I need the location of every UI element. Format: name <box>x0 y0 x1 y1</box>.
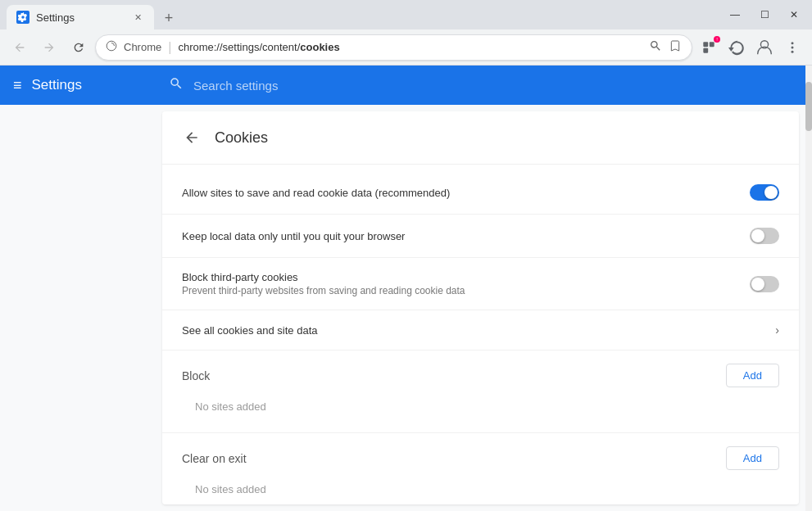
svg-rect-3 <box>703 47 708 52</box>
minimize-button[interactable]: — <box>724 3 746 26</box>
svg-rect-2 <box>710 42 714 47</box>
bookmark-icon[interactable] <box>669 39 682 56</box>
toolbar-icons: ! <box>696 34 805 61</box>
close-button[interactable]: ✕ <box>783 3 805 26</box>
block-third-party-label: Block third-party cookies <box>182 271 737 283</box>
settings-tab-icon <box>16 11 29 24</box>
titlebar: Settings ✕ + — ☐ ✕ <box>0 0 812 29</box>
back-nav-button[interactable] <box>179 124 205 151</box>
page-title: Cookies <box>215 129 268 147</box>
svg-point-5 <box>792 42 794 44</box>
scrollbar[interactable] <box>805 66 812 511</box>
sidebar: ≡ Settings <box>0 66 156 511</box>
svg-point-6 <box>792 46 794 48</box>
block-third-party-toggle[interactable] <box>750 276 779 292</box>
page-content: Cookies Allow sites to save and read coo… <box>162 111 799 504</box>
svg-point-0 <box>107 41 116 51</box>
tab-bar: Settings ✕ + <box>7 0 724 29</box>
block-third-party-toggle-thumb <box>751 278 764 291</box>
scrollbar-thumb[interactable] <box>805 82 812 131</box>
forward-button[interactable] <box>36 34 62 61</box>
new-tab-button[interactable]: + <box>157 7 180 29</box>
addressbar: Chrome | chrome://settings/content/cooki… <box>0 29 812 66</box>
omnibox-separator: | <box>168 40 171 55</box>
keep-local-data-toggle[interactable] <box>750 228 779 244</box>
site-info-icon[interactable] <box>106 40 117 54</box>
keep-local-data-text: Keep local data only until you quit your… <box>182 230 737 242</box>
back-button[interactable] <box>7 34 33 61</box>
allow-cookies-toggle-thumb <box>764 186 778 199</box>
search-bar <box>156 66 805 105</box>
keep-local-data-toggle-thumb <box>751 229 764 242</box>
block-section: Block Add No sites added <box>162 350 799 433</box>
content-wrapper: Cookies Allow sites to save and read coo… <box>156 66 805 511</box>
tab-title: Settings <box>36 11 125 24</box>
allow-cookies-label: Allow sites to save and read cookie data… <box>182 187 737 199</box>
block-empty-text: No sites added <box>182 394 779 419</box>
allow-cookies-toggle[interactable] <box>750 184 779 201</box>
svg-point-7 <box>792 50 794 52</box>
extension-icon-2[interactable] <box>724 34 750 61</box>
see-all-cookies-arrow: › <box>775 323 779 337</box>
extension-icon-1[interactable]: ! <box>696 34 722 61</box>
block-section-name: Block <box>182 369 210 382</box>
block-third-party-row: Block third-party cookies Prevent third-… <box>162 258 799 310</box>
window-controls: — ☐ ✕ <box>724 3 805 26</box>
settings-tab[interactable]: Settings ✕ <box>7 5 154 29</box>
clear-on-exit-section-header: Clear on exit Add <box>182 446 779 470</box>
block-add-button[interactable]: Add <box>726 364 779 387</box>
see-all-cookies-row[interactable]: See all cookies and site data › <box>162 310 799 350</box>
search-icon <box>169 76 184 94</box>
clear-on-exit-add-button[interactable]: Add <box>726 446 779 470</box>
allow-cookies-row: Allow sites to save and read cookie data… <box>162 171 799 215</box>
clear-on-exit-empty-text: No sites added <box>182 477 779 502</box>
settings-section: Allow sites to save and read cookie data… <box>162 165 799 504</box>
svg-rect-1 <box>703 42 708 47</box>
refresh-button[interactable] <box>66 34 92 61</box>
clear-on-exit-section-name: Clear on exit <box>182 452 247 465</box>
keep-local-data-label: Keep local data only until you quit your… <box>182 230 737 242</box>
sidebar-header: ≡ Settings <box>0 66 156 105</box>
main-layout: ≡ Settings Cookies <box>0 66 812 511</box>
menu-button[interactable] <box>779 34 805 61</box>
search-input[interactable] <box>193 79 792 93</box>
maximize-button[interactable]: ☐ <box>753 3 776 26</box>
extension-icon-3[interactable] <box>751 34 778 61</box>
allow-cookies-text: Allow sites to save and read cookie data… <box>182 187 737 199</box>
omnibox[interactable]: Chrome | chrome://settings/content/cooki… <box>95 34 692 61</box>
hamburger-icon[interactable]: ≡ <box>13 77 22 94</box>
block-third-party-text: Block third-party cookies Prevent third-… <box>182 271 737 296</box>
tab-close-button[interactable]: ✕ <box>131 11 144 24</box>
block-section-header: Block Add <box>182 364 779 387</box>
omnibox-site-label: Chrome <box>124 41 161 53</box>
sidebar-title: Settings <box>32 77 82 93</box>
keep-local-data-row: Keep local data only until you quit your… <box>162 215 799 258</box>
see-all-cookies-label: See all cookies and site data <box>182 324 775 337</box>
clear-on-exit-section: Clear on exit Add No sites added <box>162 433 799 504</box>
search-omnibox-icon <box>649 39 662 56</box>
omnibox-url: chrome://settings/content/cookies <box>178 41 642 53</box>
page-header: Cookies <box>162 111 799 165</box>
block-third-party-desc: Prevent third-party websites from saving… <box>182 285 737 296</box>
